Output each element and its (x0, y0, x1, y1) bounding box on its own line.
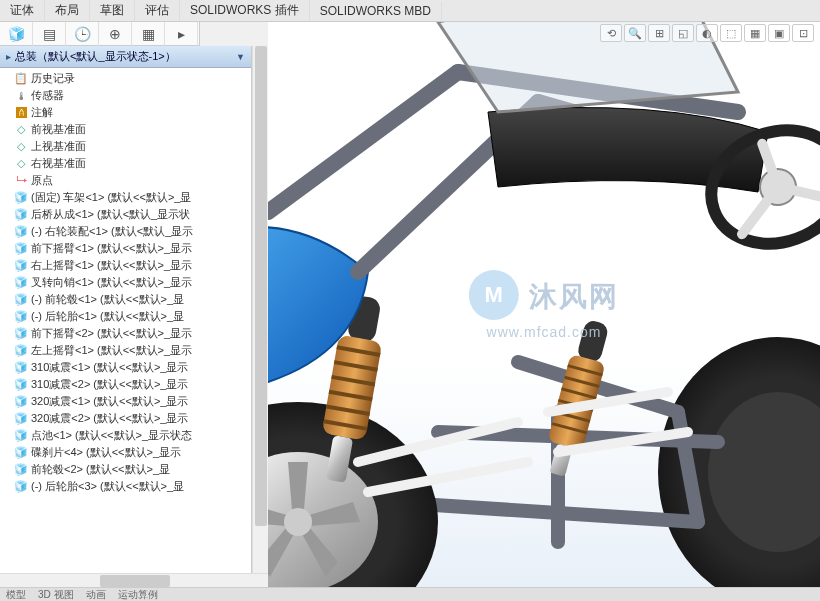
view-previous-icon[interactable]: ⟲ (600, 24, 622, 42)
fm-arrow-icon[interactable]: ▸ (165, 22, 198, 46)
part-icon: 🧊 (14, 208, 28, 222)
tab-features[interactable]: 证体 (0, 0, 45, 21)
command-manager-tabs[interactable]: 证体 布局 草图 评估 SOLIDWORKS 插件 SOLIDWORKS MBD (0, 0, 820, 22)
part-icon: 🧊 (14, 463, 28, 477)
display-style-icon[interactable]: ⬚ (720, 24, 742, 42)
tab-evaluate[interactable]: 评估 (135, 0, 180, 21)
tree-item-label: 点池<1> (默认<<默认>_显示状态 (31, 428, 192, 443)
model-render (268, 22, 820, 587)
vertical-scrollbar[interactable] (252, 46, 268, 586)
tree-item-label: (-) 后轮胎<1> (默认<<默认>_显 (31, 309, 184, 324)
zoom-fit-icon[interactable]: 🔍 (624, 24, 646, 42)
tree-item[interactable]: ◇右视基准面 (0, 155, 251, 172)
tree-container: 📋历史记录🌡传感器🅰注解◇前视基准面◇上视基准面◇右视基准面⮡原点🧊(固定) 车… (0, 68, 251, 497)
svg-line-25 (762, 144, 773, 173)
tab-sw-mbd[interactable]: SOLIDWORKS MBD (310, 2, 442, 20)
tab-layout[interactable]: 布局 (45, 0, 90, 21)
svg-line-26 (793, 177, 820, 212)
tree-item-label: 左上摇臂<1> (默认<<默认>_显示 (31, 343, 192, 358)
tree-item[interactable]: ⮡原点 (0, 172, 251, 189)
tree-item-label: 320减震<2> (默认<<默认>_显示 (31, 411, 188, 426)
hide-show-icon[interactable]: ▦ (744, 24, 766, 42)
tree-item-label: 右上摇臂<1> (默认<<默认>_显示 (31, 258, 192, 273)
horizontal-scrollbar[interactable] (0, 573, 268, 587)
tree-item[interactable]: ◇上视基准面 (0, 138, 251, 155)
tab-3dview[interactable]: 3D 视图 (38, 588, 74, 602)
history-icon: 📋 (14, 72, 28, 86)
view-orientation-icon[interactable]: ◐ (696, 24, 718, 42)
part-icon: 🧊 (14, 446, 28, 460)
fm-sheet-icon[interactable]: ▦ (132, 22, 165, 46)
fm-config-icon[interactable]: ▤ (33, 22, 66, 46)
part-icon: 🧊 (14, 429, 28, 443)
expand-arrow-icon[interactable]: ▸ (6, 51, 11, 62)
feature-manager-tree[interactable]: ▸ 总装（默认<默认_显示状态-1>） ▼ 📋历史记录🌡传感器🅰注解◇前视基准面… (0, 46, 252, 586)
part-icon: 🧊 (14, 327, 28, 341)
tree-item[interactable]: 🧊310减震<2> (默认<<默认>_显示 (0, 376, 251, 393)
assembly-root[interactable]: ▸ 总装（默认<默认_显示状态-1>） ▼ (0, 46, 251, 68)
tree-item[interactable]: 🧊前下摇臂<1> (默认<<默认>_显示 (0, 240, 251, 257)
assembly-name: 总装（默认<默认_显示状态-1>） (15, 49, 232, 64)
tab-sw-addins[interactable]: SOLIDWORKS 插件 (180, 0, 310, 21)
tab-model[interactable]: 模型 (6, 588, 26, 602)
tree-item[interactable]: 🧊前下摇臂<2> (默认<<默认>_显示 (0, 325, 251, 342)
annot-icon: 🅰 (14, 106, 28, 120)
tree-item[interactable]: 🧊(固定) 车架<1> (默认<<默认>_显 (0, 189, 251, 206)
tree-item[interactable]: 🧊(-) 前轮毂<1> (默认<<默认>_显 (0, 291, 251, 308)
tree-item-label: 注解 (31, 105, 53, 120)
origin-icon: ⮡ (14, 174, 28, 188)
zoom-area-icon[interactable]: ⊞ (648, 24, 670, 42)
tab-sketch[interactable]: 草图 (90, 0, 135, 21)
tree-item[interactable]: 🧊310减震<1> (默认<<默认>_显示 (0, 359, 251, 376)
scroll-thumb[interactable] (255, 46, 267, 526)
part-icon: 🧊 (14, 310, 28, 324)
tree-item[interactable]: 🧊320减震<2> (默认<<默认>_显示 (0, 410, 251, 427)
tree-item[interactable]: 🧊右上摇臂<1> (默认<<默认>_显示 (0, 257, 251, 274)
tree-item-label: 后桥从成<1> (默认<默认_显示状 (31, 207, 190, 222)
graphics-area[interactable]: ⟲ 🔍 ⊞ ◱ ◐ ⬚ ▦ ▣ ⊡ M 沐风网 www.mfcad.com (268, 22, 820, 587)
apply-scene-icon[interactable]: ⊡ (792, 24, 814, 42)
section-view-icon[interactable]: ◱ (672, 24, 694, 42)
fm-display-icon[interactable]: 🕒 (66, 22, 99, 46)
part-icon: 🧊 (14, 395, 28, 409)
tree-item-label: 右视基准面 (31, 156, 86, 171)
hscroll-thumb[interactable] (100, 575, 170, 587)
tree-item[interactable]: 🧊前轮毂<2> (默认<<默认>_显 (0, 461, 251, 478)
tree-item[interactable]: 📋历史记录 (0, 70, 251, 87)
tree-item-label: 前视基准面 (31, 122, 86, 137)
tree-item[interactable]: 🧊(-) 后轮胎<3> (默认<<默认>_显 (0, 478, 251, 495)
tree-item[interactable]: 🅰注解 (0, 104, 251, 121)
tree-item[interactable]: 🧊(-) 右轮装配<1> (默认<默认_显示 (0, 223, 251, 240)
tree-item-label: 叉转向销<1> (默认<<默认>_显示 (31, 275, 192, 290)
dropdown-icon[interactable]: ▼ (236, 52, 245, 62)
tree-item-label: (-) 后轮胎<3> (默认<<默认>_显 (31, 479, 184, 494)
tree-item-label: 历史记录 (31, 71, 75, 86)
tree-item[interactable]: 🧊左上摇臂<1> (默认<<默认>_显示 (0, 342, 251, 359)
tree-item[interactable]: 🧊320减震<1> (默认<<默认>_显示 (0, 393, 251, 410)
tree-item[interactable]: 🧊(-) 后轮胎<1> (默认<<默认>_显 (0, 308, 251, 325)
tree-item[interactable]: 🧊后桥从成<1> (默认<默认_显示状 (0, 206, 251, 223)
fm-origin-icon[interactable]: ⊕ (99, 22, 132, 46)
plane-icon: ◇ (14, 140, 28, 154)
tree-item-label: (-) 右轮装配<1> (默认<默认_显示 (31, 224, 193, 239)
tree-item[interactable]: 🧊叉转向销<1> (默认<<默认>_显示 (0, 274, 251, 291)
part-icon: 🧊 (14, 242, 28, 256)
part-icon: 🧊 (14, 480, 28, 494)
tab-motion[interactable]: 运动算例 (118, 588, 158, 602)
tree-item[interactable]: 🌡传感器 (0, 87, 251, 104)
tree-item-label: 原点 (31, 173, 53, 188)
tree-item-label: 310减震<1> (默认<<默认>_显示 (31, 360, 188, 375)
edit-appearance-icon[interactable]: ▣ (768, 24, 790, 42)
tab-animation[interactable]: 动画 (86, 588, 106, 602)
part-icon: 🧊 (14, 378, 28, 392)
tree-item-label: 320减震<1> (默认<<默认>_显示 (31, 394, 188, 409)
tree-item-label: 310减震<2> (默认<<默认>_显示 (31, 377, 188, 392)
sensor-icon: 🌡 (14, 89, 28, 103)
tree-item[interactable]: ◇前视基准面 (0, 121, 251, 138)
svg-point-13 (284, 508, 312, 536)
tree-item[interactable]: 🧊碟刹片<4> (默认<<默认>_显示 (0, 444, 251, 461)
tree-item[interactable]: 🧊点池<1> (默认<<默认>_显示状态 (0, 427, 251, 444)
part-icon: 🧊 (14, 412, 28, 426)
tree-item-label: 传感器 (31, 88, 64, 103)
fm-assembly-icon[interactable]: 🧊 (0, 22, 33, 46)
